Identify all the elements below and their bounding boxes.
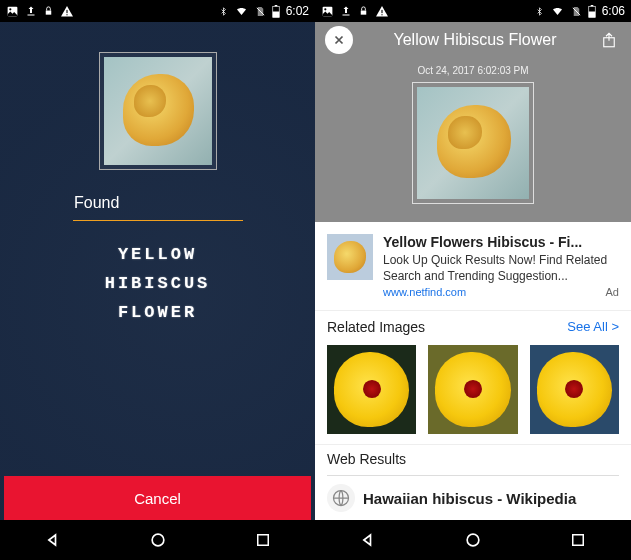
home-button[interactable] xyxy=(461,528,485,552)
found-label: Found xyxy=(74,194,119,212)
related-image[interactable] xyxy=(530,345,619,434)
flower-shape xyxy=(334,241,366,273)
ad-card[interactable]: Yellow Flowers Hibiscus - Fi... Look Up … xyxy=(315,222,631,311)
wifi-icon xyxy=(234,5,249,17)
status-right-icons: 6:02 xyxy=(219,4,309,18)
web-result-title: Hawaiian hibiscus - Wikipedia xyxy=(363,490,576,507)
see-all-link[interactable]: See All > xyxy=(567,319,619,335)
screen-scanning: 6:02 Found YELLOW HIBISCUS FLOWER Cancel xyxy=(0,0,315,560)
cancel-button[interactable]: Cancel xyxy=(4,476,311,520)
svg-rect-15 xyxy=(381,9,382,12)
screen-results: 6:06 Yellow Hibiscus Flower Oct 24, 2017… xyxy=(315,0,631,560)
capture-date: Oct 24, 2017 6:02:03 PM xyxy=(417,65,528,76)
svg-rect-5 xyxy=(66,14,67,15)
related-title: Related Images xyxy=(327,319,425,335)
result-text: YELLOW HIBISCUS FLOWER xyxy=(105,241,211,328)
svg-point-22 xyxy=(467,534,479,546)
related-header: Related Images See All > xyxy=(315,311,631,339)
wifi-icon xyxy=(550,5,565,17)
clock-text: 6:06 xyxy=(602,4,625,18)
svg-rect-19 xyxy=(588,11,595,17)
divider xyxy=(73,220,243,221)
clock-text: 6:02 xyxy=(286,4,309,18)
back-button[interactable] xyxy=(356,528,380,552)
web-results-section: Web Results Hawaiian hibiscus - Wikipedi… xyxy=(315,444,631,520)
upload-icon xyxy=(340,5,352,17)
svg-point-12 xyxy=(324,8,326,10)
hero-section: Oct 24, 2017 6:02:03 PM xyxy=(315,59,631,222)
svg-rect-14 xyxy=(361,11,367,15)
svg-rect-10 xyxy=(257,535,268,546)
svg-rect-16 xyxy=(381,14,382,15)
ad-description: Look Up Quick Results Now! Find Related … xyxy=(383,252,619,284)
battery-icon xyxy=(588,5,596,18)
web-results-title: Web Results xyxy=(327,451,619,467)
close-button[interactable] xyxy=(325,26,353,54)
scan-thumbnail xyxy=(104,57,212,165)
results-content: Yellow Hibiscus Flower Oct 24, 2017 6:02… xyxy=(315,22,631,520)
nav-bar xyxy=(315,520,631,560)
lock-icon xyxy=(358,5,369,17)
ad-tag: Ad xyxy=(606,286,619,298)
status-left-icons xyxy=(321,5,389,18)
share-icon xyxy=(600,30,618,50)
svg-rect-4 xyxy=(66,9,67,12)
no-sim-icon xyxy=(571,5,582,18)
recents-button[interactable] xyxy=(566,528,590,552)
share-button[interactable] xyxy=(597,28,621,52)
related-image[interactable] xyxy=(327,345,416,434)
warning-icon xyxy=(375,5,389,18)
svg-rect-2 xyxy=(28,15,35,16)
gallery-icon xyxy=(6,5,19,18)
bluetooth-icon xyxy=(535,5,544,18)
related-images-row xyxy=(315,339,631,444)
globe-icon xyxy=(327,484,355,512)
status-right-icons: 6:06 xyxy=(535,4,625,18)
svg-point-1 xyxy=(9,8,11,10)
svg-point-9 xyxy=(152,534,164,546)
warning-icon xyxy=(60,5,74,18)
status-left-icons xyxy=(6,5,74,18)
status-bar: 6:06 xyxy=(315,0,631,22)
web-result-row[interactable]: Hawaiian hibiscus - Wikipedia xyxy=(327,475,619,520)
gallery-icon xyxy=(321,5,334,18)
scan-thumbnail-frame xyxy=(99,52,217,170)
top-bar: Yellow Hibiscus Flower xyxy=(315,22,631,59)
status-bar: 6:02 xyxy=(0,0,315,22)
page-title: Yellow Hibiscus Flower xyxy=(353,31,597,49)
battery-icon xyxy=(272,5,280,18)
nav-bar xyxy=(0,520,315,560)
back-button[interactable] xyxy=(41,528,65,552)
ad-url: www.netfind.com xyxy=(383,286,466,298)
ad-meta: www.netfind.com Ad xyxy=(383,286,619,298)
hero-thumbnail xyxy=(417,87,529,199)
svg-rect-13 xyxy=(343,15,350,16)
svg-rect-23 xyxy=(573,535,584,546)
svg-rect-8 xyxy=(272,11,279,17)
no-sim-icon xyxy=(255,5,266,18)
ad-body: Yellow Flowers Hibiscus - Fi... Look Up … xyxy=(383,234,619,298)
upload-icon xyxy=(25,5,37,17)
ad-thumbnail xyxy=(327,234,373,280)
bluetooth-icon xyxy=(219,5,228,18)
svg-rect-3 xyxy=(46,11,52,15)
ad-title: Yellow Flowers Hibiscus - Fi... xyxy=(383,234,619,250)
lock-icon xyxy=(43,5,54,17)
close-icon xyxy=(332,33,346,47)
cancel-button-label: Cancel xyxy=(134,490,181,507)
recents-button[interactable] xyxy=(251,528,275,552)
hero-thumbnail-frame xyxy=(412,82,534,204)
home-button[interactable] xyxy=(146,528,170,552)
related-image[interactable] xyxy=(428,345,517,434)
scanning-content: Found YELLOW HIBISCUS FLOWER Cancel xyxy=(0,22,315,520)
